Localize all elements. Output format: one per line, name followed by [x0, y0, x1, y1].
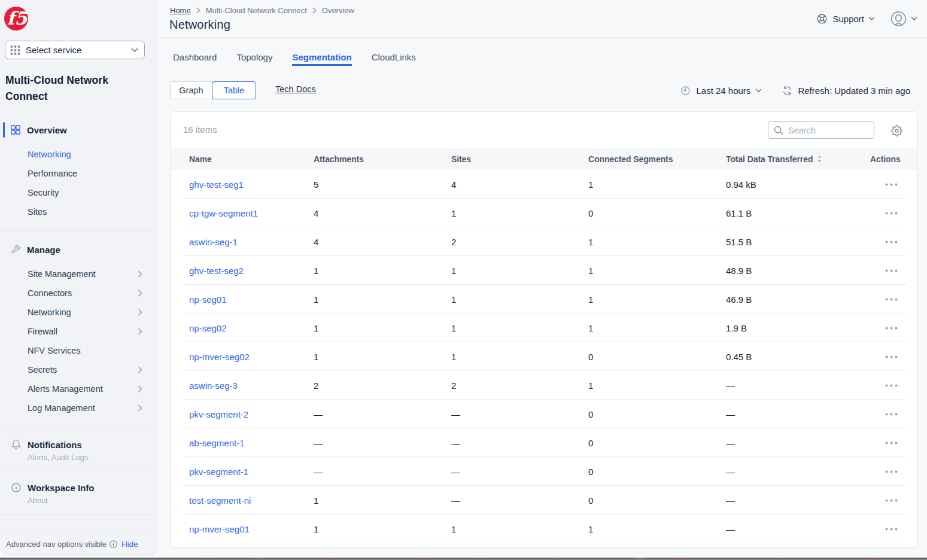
sidebar-subitem[interactable]: Security [0, 183, 157, 202]
f5-logo-icon[interactable]: f5 [4, 6, 29, 31]
row-actions-button[interactable] [883, 256, 899, 285]
workspace-info-label: Workspace Info [28, 483, 94, 493]
cell-connected-segments: 0 [588, 342, 593, 371]
search-icon [774, 126, 783, 135]
breadcrumb-separator-icon [312, 7, 317, 14]
segment-name-link[interactable]: aswin-seg-3 [189, 371, 238, 400]
row-actions-button[interactable] [883, 486, 899, 515]
segment-name-link[interactable]: pkv-segment-2 [189, 400, 248, 428]
table-settings-button[interactable] [891, 125, 902, 136]
cell-attachments: 5 [314, 170, 318, 199]
segments-table-card: 16 items Name Attachments Sites Connecte… [170, 111, 918, 547]
column-header-actions: Actions [870, 148, 901, 170]
cell-sites: 2 [451, 371, 456, 400]
row-actions-button[interactable] [883, 227, 899, 256]
row-actions-button[interactable] [883, 457, 899, 486]
graph-view-button[interactable]: Graph [170, 81, 212, 99]
overview-submenu: Networking Performance Security Sites [0, 142, 157, 230]
sidebar-subitem[interactable]: Performance [0, 164, 157, 183]
table-row: pkv-segment-1 — — 0 — [171, 457, 917, 486]
tab-topology[interactable]: Topology [236, 51, 272, 66]
lifebuoy-icon [816, 13, 828, 25]
sidebar-subitem[interactable]: Log Management [0, 398, 157, 418]
segment-name-link[interactable]: np-mver-seg01 [189, 515, 250, 543]
cell-total-data: — [726, 486, 735, 515]
row-actions-button[interactable] [883, 400, 899, 428]
cell-attachments: 1 [314, 314, 318, 342]
table-body: ghv-test-seg1 5 4 1 0.94 kB cp-tgw-segme… [171, 170, 917, 543]
advanced-nav-text: Advanced nav options visible [6, 540, 107, 549]
sidebar-subitem[interactable]: Alerts Management [0, 379, 157, 398]
segment-name-link[interactable]: ab-segment-1 [189, 428, 245, 457]
cell-attachments: 1 [314, 342, 318, 371]
segment-name-link[interactable]: cp-tgw-segment1 [189, 199, 258, 227]
sidebar: f5 Select service Multi-Cloud Network Co… [0, 0, 157, 556]
search-input[interactable] [788, 126, 866, 135]
row-actions-button[interactable] [883, 428, 899, 457]
tab-cloudlinks[interactable]: CloudLinks [372, 51, 416, 66]
row-actions-button[interactable] [883, 314, 899, 342]
tab-segmentation[interactable]: Segmentation [292, 51, 351, 66]
sidebar-subitem[interactable]: Secrets [0, 360, 157, 379]
sidebar-subitem[interactable]: Networking [0, 145, 157, 164]
table-view-button[interactable]: Table [212, 81, 256, 99]
sidebar-item-notifications[interactable]: Notifications Alerts, Audit Logs [0, 428, 157, 471]
sidebar-subitem[interactable]: Site Management [0, 264, 157, 284]
row-actions-button[interactable] [883, 170, 899, 199]
breadcrumb-home-link[interactable]: Home [170, 6, 191, 15]
time-range-dropdown[interactable]: Last 24 hours [680, 86, 762, 96]
cell-connected-segments: 1 [588, 256, 593, 285]
cell-attachments: — [314, 400, 323, 428]
cell-connected-segments: 0 [588, 457, 593, 486]
tab-dashboard[interactable]: Dashboard [173, 51, 217, 66]
sidebar-subitem[interactable]: Sites [0, 202, 157, 221]
workspace-title: Multi-Cloud Network Connect [5, 72, 143, 105]
sidebar-item-workspace-info[interactable]: Workspace Info About [0, 471, 157, 514]
header-actions: Support [816, 10, 917, 27]
tech-docs-link[interactable]: Tech Docs [275, 84, 316, 94]
main-content: Home Multi-Cloud Network Connect Overvie… [157, 0, 927, 557]
table-row: ghv-test-seg2 1 1 1 48.9 B [171, 256, 917, 285]
table-header-row: Name Attachments Sites Connected Segment… [171, 148, 917, 170]
cell-attachments: — [314, 457, 323, 486]
cell-sites: 1 [451, 342, 456, 371]
hide-link[interactable]: Hide [121, 540, 138, 549]
refresh-button[interactable]: Refresh: Updated 3 min ago [782, 86, 910, 96]
column-header-attachments[interactable]: Attachments [314, 148, 364, 170]
cell-total-data: 48.9 B [726, 256, 752, 285]
segment-name-link[interactable]: ghv-test-seg2 [189, 256, 244, 285]
row-actions-button[interactable] [883, 199, 899, 227]
segment-name-link[interactable]: np-seg02 [189, 314, 227, 342]
segment-name-link[interactable]: ghv-test-seg1 [189, 170, 244, 199]
row-actions-button[interactable] [883, 371, 899, 400]
account-menu[interactable] [890, 11, 917, 27]
row-actions-button[interactable] [883, 342, 899, 371]
row-actions-button[interactable] [883, 515, 899, 543]
column-header-sites[interactable]: Sites [451, 148, 471, 170]
column-header-total-data[interactable]: Total Data Transferred [726, 148, 822, 170]
column-header-name[interactable]: Name [189, 148, 212, 170]
segment-name-link[interactable]: pkv-segment-1 [189, 457, 248, 486]
sidebar-subitem[interactable]: Networking [0, 303, 157, 322]
support-menu[interactable]: Support [816, 13, 875, 25]
column-header-connected-segments[interactable]: Connected Segments [588, 148, 673, 170]
row-actions-button[interactable] [883, 285, 899, 314]
cell-connected-segments: 0 [588, 199, 593, 227]
select-service-dropdown[interactable]: Select service [5, 41, 145, 59]
sidebar-subitem[interactable]: NFV Services [0, 341, 157, 360]
dock-strip [0, 558, 927, 560]
chevron-right-icon [138, 309, 142, 316]
sidebar-item-manage[interactable]: Manage [0, 237, 157, 262]
sort-icon[interactable] [817, 155, 822, 163]
segment-name-link[interactable]: np-mver-seg02 [189, 342, 250, 371]
sidebar-item-overview[interactable]: Overview [0, 117, 157, 142]
notifications-subtitle: Alerts, Audit Logs [28, 453, 146, 462]
segment-name-link[interactable]: aswin-seg-1 [189, 227, 238, 256]
sidebar-subitem[interactable]: Firewall [0, 322, 157, 341]
sidebar-subitem[interactable]: Connectors [0, 284, 157, 303]
refresh-status: Refresh: Updated 3 min ago [798, 86, 910, 96]
segment-name-link[interactable]: test-segment-ni [189, 486, 251, 515]
segment-name-link[interactable]: np-seg01 [189, 285, 227, 314]
cell-connected-segments: 1 [588, 314, 593, 342]
svg-text:f5: f5 [7, 8, 29, 29]
